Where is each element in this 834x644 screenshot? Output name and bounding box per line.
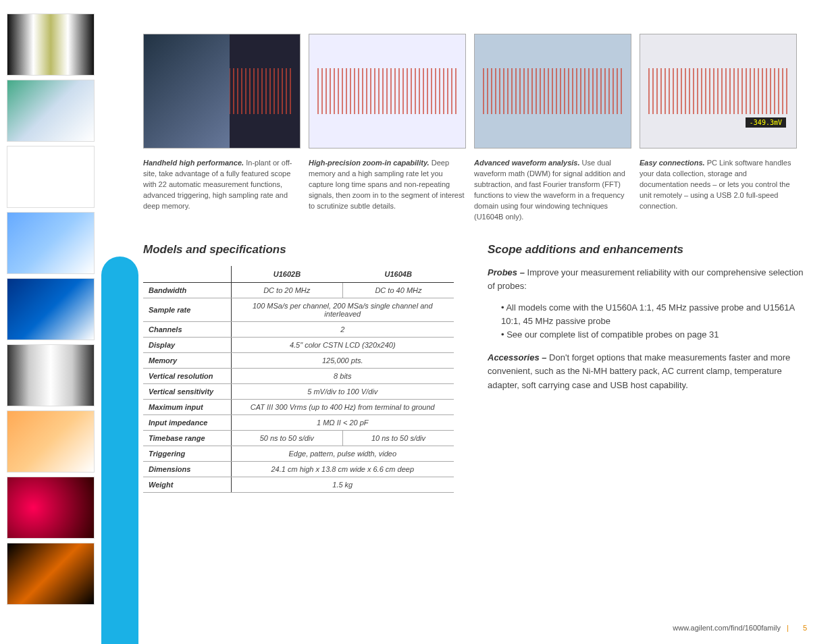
figure-1: Handheld high performance. In-plant or o… [143,34,301,223]
probes-bullets: All models come with the U1560A 1:1, 45 … [501,301,805,342]
specs-column: Models and specifications U1602B U1604B … [143,243,454,493]
spec-row-header: Timebase range [143,430,231,446]
list-item: See our complete list of compatible prob… [501,328,805,342]
spec-header-u1604b: U1604B [342,266,454,283]
thumb-image [7,80,95,142]
thumb-image [7,14,95,76]
figure-2: High-precision zoom-in capability. Deep … [309,34,466,223]
page-footer: www.agilent.com/find/1600family | 5 [673,624,807,632]
caption-title: Easy connections. [640,159,705,167]
accessories-label: Accessories – [488,352,546,363]
spec-header-blank [143,266,231,283]
spec-row: Sample rate100 MSa/s per channel, 200 MS… [143,298,454,321]
spec-row-header: Vertical resolution [143,368,231,383]
footer-url: www.agilent.com/find/1600family [673,624,781,632]
spec-cell: 4.5" color CSTN LCD (320x240) [231,337,454,352]
blue-accent-bar [101,257,138,644]
figure-4: -349.3mV Easy connections. PC Link softw… [640,34,797,223]
spec-row-header: Bandwidth [143,282,231,298]
footer-page-number: 5 [803,624,807,632]
spec-row: Timebase range50 ns to 50 s/div10 ns to … [143,430,454,446]
figure-3-image [474,34,631,149]
spec-cell: DC to 40 MHz [342,282,454,298]
spec-cell: 10 ns to 50 s/div [342,430,454,446]
spec-cell: 5 mV/div to 100 V/div [231,383,454,399]
figure-3-caption: Advanced waveform analysis. Use dual wav… [474,158,631,223]
caption-title: Advanced waveform analysis. [474,159,580,167]
spec-row: Vertical sensitivity5 mV/div to 100 V/di… [143,383,454,399]
additions-heading: Scope additions and enhancements [488,243,805,257]
figure-2-image [309,34,466,149]
spec-cell: 1.5 kg [231,477,454,492]
spec-header-u1602b: U1602B [231,266,342,283]
main-content: Handheld high performance. In-plant or o… [143,34,805,493]
figure-4-caption: Easy connections. PC Link software handl… [640,158,797,212]
spec-row: Maximum inputCAT III 300 Vrms (up to 400… [143,399,454,414]
spec-row: Input impedance1 MΩ II < 20 pF [143,414,454,430]
spec-cell: DC to 20 MHz [231,282,342,298]
spec-row-header: Maximum input [143,399,231,414]
caption-body: Use dual waveform math (DWM) for signal … [474,159,625,221]
lower-columns: Models and specifications U1602B U1604B … [143,243,805,493]
figure-2-caption: High-precision zoom-in capability. Deep … [309,158,466,212]
footer-separator: | [787,624,789,632]
spec-row: Display4.5" color CSTN LCD (320x240) [143,337,454,352]
spec-row-header: Display [143,337,231,352]
spec-row: Weight1.5 kg [143,477,454,492]
probes-label: Probes – [488,267,525,277]
spec-row-header: Memory [143,352,231,368]
thumb-image [7,278,95,340]
sidebar-thumbnails [7,14,95,605]
spec-row: Channels2 [143,321,454,337]
spec-row: Memory125,000 pts. [143,352,454,368]
spec-row-header: Dimensions [143,461,231,477]
figure-row: Handheld high performance. In-plant or o… [143,34,805,223]
spec-cell: 24.1 cm high x 13.8 cm wide x 6.6 cm dee… [231,461,454,477]
additions-column: Scope additions and enhancements Probes … [488,243,805,493]
spec-cell: 50 ns to 50 s/div [231,430,342,446]
spec-row-header: Channels [143,321,231,337]
probes-paragraph: Probes – Improve your measurement reliab… [488,266,805,293]
spec-cell: 8 bits [231,368,454,383]
spec-cell: CAT III 300 Vrms (up to 400 Hz) from ter… [231,399,454,414]
figure-1-caption: Handheld high performance. In-plant or o… [143,158,301,212]
models-heading: Models and specifications [143,243,454,257]
thumb-image [7,344,95,406]
spec-row: Dimensions24.1 cm high x 13.8 cm wide x … [143,461,454,477]
spec-row-header: Triggering [143,446,231,461]
thumb-image [7,146,95,208]
spec-cell: 100 MSa/s per channel, 200 MSa/s single … [231,298,454,321]
spec-cell: 1 MΩ II < 20 pF [231,414,454,430]
figure-3: Advanced waveform analysis. Use dual wav… [474,34,631,223]
probes-intro: Improve your measurement reliability wit… [488,267,804,291]
figure-1-image [143,34,301,149]
spec-row-header: Input impedance [143,414,231,430]
caption-title: Handheld high performance. [143,159,244,167]
spec-row: BandwidthDC to 20 MHzDC to 40 MHz [143,282,454,298]
spec-table: U1602B U1604B BandwidthDC to 20 MHzDC to… [143,266,454,493]
thumb-image [7,477,95,539]
spec-row: Vertical resolution8 bits [143,368,454,383]
figure-4-readout: -349.3mV [746,117,786,128]
accessories-paragraph: Accessories – Don't forget options that … [488,351,805,392]
figure-4-image: -349.3mV [640,34,797,149]
caption-title: High-precision zoom-in capability. [309,159,429,167]
thumb-image [7,543,95,605]
spec-row-header: Weight [143,477,231,492]
list-item: All models come with the U1560A 1:1, 45 … [501,301,805,328]
spec-row-header: Vertical sensitivity [143,383,231,399]
spec-row: TriggeringEdge, pattern, pulse width, vi… [143,446,454,461]
thumb-image [7,410,95,473]
spec-cell: 2 [231,321,454,337]
spec-cell: Edge, pattern, pulse width, video [231,446,454,461]
spec-row-header: Sample rate [143,298,231,321]
thumb-image [7,212,95,274]
spec-cell: 125,000 pts. [231,352,454,368]
